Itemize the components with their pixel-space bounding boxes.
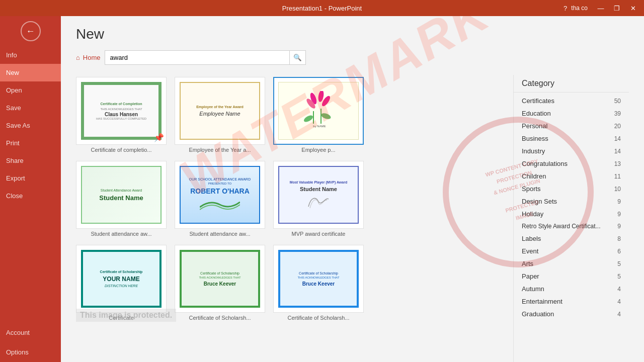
thumb-scholar1-inner: Certificate of Scholarship THIS ACKNOWLE… [180, 250, 260, 308]
sidebar-item-save[interactable]: Save [0, 99, 61, 117]
sidebar-item-new[interactable]: New [0, 64, 61, 81]
category-item-autumn[interactable]: Autumn 4 [514, 283, 629, 295]
category-item-personal[interactable]: Personal 20 [514, 120, 629, 132]
home-icon: ⌂ [76, 54, 80, 61]
category-label: Business [522, 135, 548, 142]
home-label: Home [83, 54, 101, 61]
restore-button[interactable]: ❐ [610, 3, 624, 13]
category-label: Children [522, 172, 546, 180]
category-count: 5 [617, 273, 621, 280]
template-thumb-student1[interactable]: Student Attendance Award Student Name [76, 161, 167, 229]
category-item-business[interactable]: Business 14 [514, 132, 629, 145]
category-count: 10 [614, 186, 621, 193]
sidebar-item-info[interactable]: Info [0, 46, 61, 64]
category-count: 39 [614, 110, 621, 117]
category-count: 9 [617, 223, 621, 230]
category-count: 13 [614, 160, 621, 167]
template-item[interactable]: Certificate of Completion THIS ACKNOWLED… [76, 77, 167, 153]
category-label: Certificates [522, 97, 554, 105]
template-thumb-cert-teal[interactable]: Certificate of Scholarship YOUR NAME DIS… [76, 245, 167, 313]
thumb-emp-inner: Employee of the Year Award Employee Name [180, 82, 260, 140]
close-window-button[interactable]: ✕ [626, 3, 640, 13]
template-thumb-scholar1[interactable]: Certificate of Scholarship THIS ACKNOWLE… [175, 245, 265, 313]
category-item-sports[interactable]: Sports 10 [514, 183, 629, 195]
category-item-certificates[interactable]: Certificates 50 [514, 95, 629, 107]
template-label: Certificate of Scholarsh... [273, 315, 364, 321]
svg-point-7 [320, 112, 332, 120]
category-item-graduation[interactable]: Graduation 4 [514, 308, 629, 320]
category-item-retro[interactable]: Retro Style Award Certificat... 9 [514, 220, 629, 232]
category-count: 14 [614, 148, 621, 155]
category-count: 4 [617, 286, 621, 293]
category-label: Arts [522, 260, 533, 267]
template-thumb-student2[interactable]: OUR SCHOOL ATTENDANCE AWARD PRESENTED TO… [175, 161, 265, 229]
category-count: 50 [614, 98, 621, 105]
minimize-button[interactable]: — [594, 3, 608, 13]
sidebar-item-export[interactable]: Export [0, 169, 61, 187]
sidebar-item-open[interactable]: Open [0, 81, 61, 99]
template-item[interactable]: Most Valuable Player (MVP) Award Student… [273, 161, 364, 237]
template-item[interactable]: Certificate of Scholarship YOUR NAME DIS… [76, 245, 167, 321]
category-item-arts[interactable]: Arts 5 [514, 257, 629, 270]
category-item-paper[interactable]: Paper 5 [514, 270, 629, 283]
page-title: New [76, 26, 629, 42]
category-item-event[interactable]: Event 6 [514, 245, 629, 257]
category-item-education[interactable]: Education 39 [514, 107, 629, 120]
template-thumb-emp[interactable]: Employee of the Year Award Employee Name [175, 77, 265, 145]
titlebar-user: tha co [571, 5, 588, 12]
category-item-entertainment[interactable]: Entertainment 4 [514, 295, 629, 308]
category-item-design-sets[interactable]: Design Sets 9 [514, 195, 629, 208]
category-count: 14 [614, 135, 621, 142]
category-label: Holiday [522, 210, 543, 218]
thumb-mvp-inner: Most Valuable Player (MVP) Award Student… [278, 166, 359, 224]
template-item[interactable]: Certificate of Scholarship THIS ACKNOWLE… [175, 245, 265, 321]
sidebar-item-close[interactable]: Close [0, 187, 61, 205]
category-label: Retro Style Award Certificat... [522, 223, 601, 230]
flower-svg: by NAME [298, 91, 339, 131]
category-item-industry[interactable]: Industry 14 [514, 145, 629, 157]
category-count: 4 [617, 298, 621, 305]
thumb-student2-inner: OUR SCHOOL ATTENDANCE AWARD PRESENTED TO… [180, 166, 260, 224]
category-label: Congratulations [522, 160, 568, 167]
template-thumb-scholar2[interactable]: Certificate of Scholarship THIS ACKNOWLE… [273, 245, 364, 313]
template-label: Student attendance aw... [175, 231, 265, 237]
home-button[interactable]: ⌂ Home [76, 54, 101, 61]
template-thumb-flower[interactable]: by NAME Employee performance award [273, 77, 364, 145]
titlebar: Presentation1 - PowerPoint ? tha co — ❐ … [0, 0, 644, 16]
titlebar-help[interactable]: ? [564, 5, 567, 12]
sidebar-item-save-as[interactable]: Save As [0, 117, 61, 134]
template-label: Employee of the Year a... [175, 147, 265, 153]
search-input[interactable] [105, 51, 289, 64]
category-label: Sports [522, 185, 541, 193]
template-item[interactable]: Student Attendance Award Student Name St… [76, 161, 167, 237]
template-item[interactable]: by NAME Employee performance award Emplo… [273, 77, 364, 153]
category-item-holiday[interactable]: Holiday 9 [514, 208, 629, 220]
template-item[interactable]: Employee of the Year Award Employee Name… [175, 77, 265, 153]
category-item-congratulations[interactable]: Congratulations 13 [514, 157, 629, 170]
thumb-cert-teal-inner: Certificate of Scholarship YOUR NAME DIS… [81, 250, 162, 308]
category-item-labels[interactable]: Labels 8 [514, 232, 629, 245]
thumb-scholar2-inner: Certificate of Scholarship THIS ACKNOWLE… [278, 250, 359, 308]
category-count: 6 [617, 248, 621, 255]
sidebar-item-print[interactable]: Print [0, 134, 61, 152]
pin-icon: 📌 [154, 133, 164, 142]
search-button[interactable]: 🔍 [289, 51, 305, 64]
category-count: 9 [617, 198, 621, 205]
template-label: Certificate of completio... [76, 147, 167, 153]
back-button[interactable]: ← [21, 21, 41, 41]
category-count: 5 [617, 260, 621, 267]
template-item[interactable]: OUR SCHOOL ATTENDANCE AWARD PRESENTED TO… [175, 161, 265, 237]
sidebar-item-share[interactable]: Share [0, 152, 61, 169]
thumb-cert1-inner: Certificate of Completion THIS ACKNOWLED… [81, 82, 162, 140]
category-count: 9 [617, 211, 621, 218]
template-thumb-mvp[interactable]: Most Valuable Player (MVP) Award Student… [273, 161, 364, 229]
sidebar-item-options[interactable]: Options [0, 342, 61, 362]
template-thumb-cert1[interactable]: Certificate of Completion THIS ACKNOWLED… [76, 77, 167, 145]
template-label: Certificate [76, 315, 167, 321]
template-label: Certificate of Scholarsh... [175, 315, 265, 321]
category-list: Certificates 50 Education 39 Personal 20 [514, 93, 629, 362]
svg-text:by NAME: by NAME [313, 125, 326, 128]
template-item[interactable]: Certificate of Scholarship THIS ACKNOWLE… [273, 245, 364, 321]
sidebar-item-account[interactable]: Account [0, 323, 61, 342]
category-item-children[interactable]: Children 11 [514, 170, 629, 183]
